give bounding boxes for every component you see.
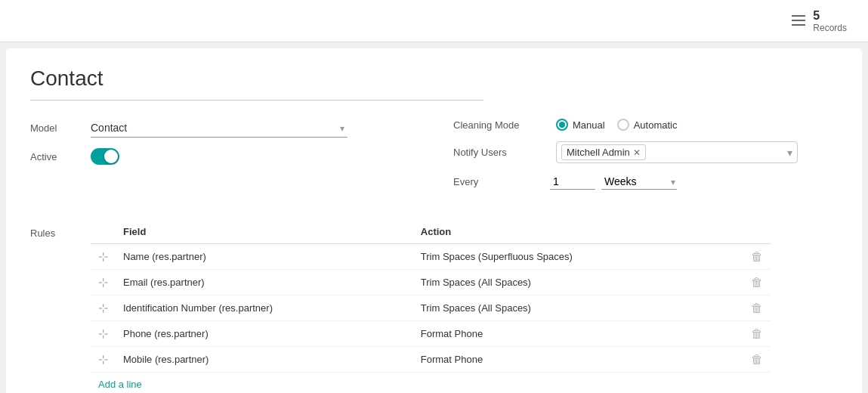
user-tag-mitchell: Mitchell Admin ✕ (561, 144, 646, 160)
delete-row-button[interactable]: 🗑 (751, 276, 763, 289)
hamburger-icon (792, 15, 805, 26)
field-cell: Mobile (res.partner) (116, 347, 413, 373)
notify-users-row: Notify Users Mitchell Admin ✕ ▾ (453, 141, 838, 163)
every-label: Every (453, 176, 544, 187)
form-left: Model Contact Lead Sale Order Active (30, 119, 423, 200)
action-cell: Trim Spaces (All Spaces) (413, 270, 743, 296)
drag-handle-cell: ⊹ (91, 321, 116, 347)
field-cell: Identification Number (res.partner) (116, 296, 413, 321)
records-count: 5 (813, 8, 820, 23)
records-info: 5 Records (813, 8, 847, 34)
delete-row-button[interactable]: 🗑 (751, 302, 763, 314)
model-row: Model Contact Lead Sale Order (30, 119, 423, 138)
table-row: ⊹ Email (res.partner) Trim Spaces (All S… (91, 270, 771, 296)
main-content: Contact Model Contact Lead Sale Order (6, 48, 862, 393)
field-cell: Phone (res.partner) (116, 321, 413, 347)
field-cell: Email (res.partner) (116, 270, 413, 296)
active-label: Active (30, 151, 91, 162)
th-drag (91, 221, 116, 244)
top-bar: 5 Records (0, 0, 868, 42)
rules-section: Rules Field Action ⊹ Name (r (30, 221, 838, 393)
delete-row-button[interactable]: 🗑 (751, 353, 763, 366)
drag-handle-icon[interactable]: ⊹ (98, 327, 108, 340)
drag-handle-cell: ⊹ (91, 270, 116, 296)
rules-label: Rules (30, 221, 91, 393)
every-row: Every 1 Days Weeks Months (453, 174, 838, 190)
tag-remove-button[interactable]: ✕ (633, 147, 641, 158)
drag-handle-cell: ⊹ (91, 347, 116, 373)
active-field (91, 148, 423, 165)
radio-manual-label: Manual (573, 119, 605, 131)
period-select[interactable]: Days Weeks Months (601, 174, 677, 190)
notify-users-label: Notify Users (453, 147, 544, 158)
drag-handle-cell: ⊹ (91, 244, 116, 270)
period-select-wrapper: Days Weeks Months (601, 174, 677, 190)
records-label: Records (813, 23, 847, 33)
action-cell: Trim Spaces (All Spaces) (413, 296, 743, 321)
add-line-button[interactable]: Add a line (91, 373, 150, 393)
tag-dropdown-arrow[interactable]: ▾ (787, 147, 792, 159)
records-button[interactable]: 5 Records (783, 2, 856, 40)
radio-manual[interactable]: Manual (556, 119, 605, 131)
table-row: ⊹ Name (res.partner) Trim Spaces (Superf… (91, 244, 771, 270)
drag-handle-icon[interactable]: ⊹ (98, 250, 108, 263)
radio-automatic-circle (617, 119, 629, 131)
cleaning-mode-group: Manual Automatic (556, 119, 677, 131)
every-number-input[interactable]: 1 (550, 174, 595, 190)
title-divider (30, 100, 483, 101)
model-label: Model (30, 122, 91, 134)
app-container: 5 Records Contact Model Contact Lead (0, 0, 868, 393)
table-row: ⊹ Identification Number (res.partner) Tr… (91, 296, 771, 321)
delete-cell: 🗑 (743, 296, 771, 321)
rules-table-container: Field Action ⊹ Name (res.partner) Trim S… (91, 221, 771, 393)
active-row: Active (30, 148, 423, 165)
delete-cell: 🗑 (743, 244, 771, 270)
action-cell: Trim Spaces (Superfluous Spaces) (413, 244, 743, 270)
table-row: ⊹ Phone (res.partner) Format Phone 🗑 (91, 321, 771, 347)
active-toggle[interactable] (91, 148, 119, 165)
delete-cell: 🗑 (743, 321, 771, 347)
radio-automatic[interactable]: Automatic (617, 119, 678, 131)
action-cell: Format Phone (413, 321, 743, 347)
th-action: Action (413, 221, 743, 244)
th-field: Field (116, 221, 413, 244)
cleaning-mode-label: Cleaning Mode (453, 119, 544, 131)
form-section: Model Contact Lead Sale Order Active (30, 119, 838, 200)
table-row: ⊹ Mobile (res.partner) Format Phone 🗑 (91, 347, 771, 373)
field-cell: Name (res.partner) (116, 244, 413, 270)
delete-row-button[interactable]: 🗑 (751, 327, 763, 340)
notify-users-input[interactable]: Mitchell Admin ✕ ▾ (556, 141, 798, 163)
page-title: Contact (30, 67, 838, 91)
model-select-wrapper: Contact Lead Sale Order (91, 119, 348, 138)
user-tag-label: Mitchell Admin (567, 147, 630, 158)
model-field: Contact Lead Sale Order (91, 119, 423, 138)
cleaning-mode-row: Cleaning Mode Manual Automatic (453, 119, 838, 131)
radio-manual-circle (556, 119, 568, 131)
drag-handle-icon[interactable]: ⊹ (98, 353, 108, 366)
th-del (743, 221, 771, 244)
table-header-row: Field Action (91, 221, 771, 244)
drag-handle-icon[interactable]: ⊹ (98, 276, 108, 289)
drag-handle-cell: ⊹ (91, 296, 116, 321)
form-right: Cleaning Mode Manual Automatic Notify Us (453, 119, 838, 200)
model-select[interactable]: Contact Lead Sale Order (91, 119, 348, 138)
action-cell: Format Phone (413, 347, 743, 373)
rules-table: Field Action ⊹ Name (res.partner) Trim S… (91, 221, 771, 373)
radio-automatic-label: Automatic (634, 119, 678, 131)
drag-handle-icon[interactable]: ⊹ (98, 302, 108, 314)
delete-cell: 🗑 (743, 347, 771, 373)
delete-cell: 🗑 (743, 270, 771, 296)
delete-row-button[interactable]: 🗑 (751, 250, 763, 263)
